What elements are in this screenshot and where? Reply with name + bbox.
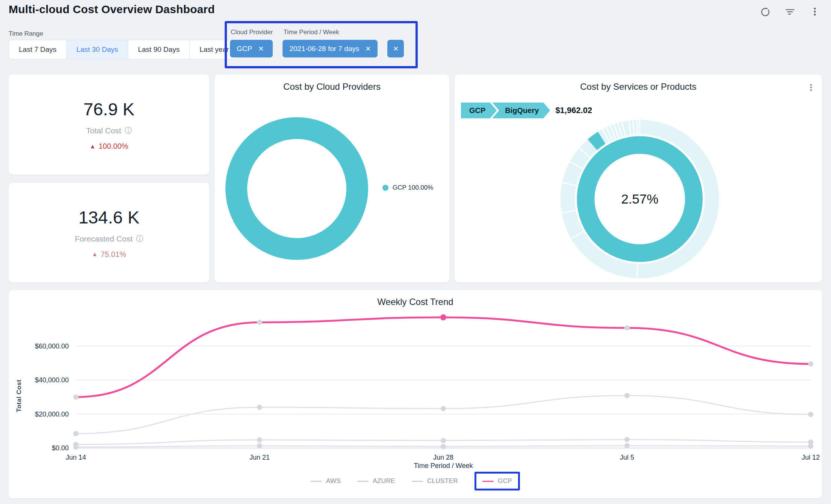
legend-label: AZURE bbox=[373, 477, 395, 485]
page-title: Multi-cloud Cost Overview Dashboard bbox=[9, 3, 215, 16]
info-icon[interactable]: ⓘ bbox=[125, 126, 132, 136]
filter-label: Time Period / Week bbox=[283, 29, 378, 36]
header-actions bbox=[760, 6, 820, 17]
svg-text:Jul 12: Jul 12 bbox=[802, 454, 820, 461]
time-range-group: Last 7 DaysLast 30 DaysLast 90 DaysLast … bbox=[9, 40, 239, 59]
legend-line-swatch bbox=[412, 481, 423, 482]
donut-center-value: 2.57% bbox=[621, 192, 658, 207]
trend-x-axis-label: Time Period / Week bbox=[76, 462, 811, 470]
info-icon[interactable]: ⓘ bbox=[136, 234, 143, 244]
filter-chip-value: 2021-06-28 for 7 days bbox=[289, 45, 359, 53]
legend-label: AWS bbox=[326, 477, 341, 485]
kebab-menu-icon[interactable] bbox=[809, 6, 820, 17]
forecasted-cost-card: 134.6 KForecasted Costⓘ▲75.01% bbox=[9, 183, 209, 282]
kpi-value: 76.9 K bbox=[83, 99, 134, 119]
legend-line-swatch bbox=[357, 481, 369, 482]
trend-legend: AWSAZURECLUSTERGCP bbox=[9, 472, 822, 490]
cost-by-cloud-providers-card: Cost by Cloud Providers GCP 100.00% bbox=[215, 75, 449, 282]
legend-label: GCP bbox=[498, 477, 512, 485]
kpi-delta-value: 75.01% bbox=[101, 250, 126, 259]
kpi-delta: ▲100.00% bbox=[90, 142, 128, 151]
annotation-box-filters: Cloud ProviderGCP✕Time Period / Week2021… bbox=[225, 21, 418, 68]
breadcrumb-gcp[interactable]: GCP bbox=[461, 103, 497, 118]
legend-label: CLUSTER bbox=[427, 477, 458, 485]
filter-chip-2021-06-28-for-7-days[interactable]: 2021-06-28 for 7 days✕ bbox=[283, 40, 378, 57]
legend-label[interactable]: GCP 100.00% bbox=[393, 184, 433, 192]
legend-item-aws[interactable]: AWS bbox=[311, 477, 341, 485]
filter-icon[interactable] bbox=[784, 6, 796, 17]
filter-groups: Cloud ProviderGCP✕Time Period / Week2021… bbox=[230, 29, 404, 57]
time-range-last-90-days[interactable]: Last 90 Days bbox=[128, 40, 189, 59]
filter-group-cloud-provider: Cloud ProviderGCP✕ bbox=[230, 29, 273, 57]
filter-chip-value: GCP bbox=[237, 45, 252, 53]
legend-line-swatch bbox=[311, 481, 322, 482]
svg-text:$20,000.00: $20,000.00 bbox=[35, 410, 69, 418]
svg-text:Jun 21: Jun 21 bbox=[249, 454, 270, 461]
legend-item-gcp-annotated[interactable]: GCP bbox=[474, 472, 520, 490]
refresh-icon[interactable] bbox=[760, 6, 771, 17]
provider-chart-title: Cost by Cloud Providers bbox=[215, 75, 449, 92]
legend-item-cluster[interactable]: CLUSTER bbox=[412, 477, 458, 485]
kpi-delta: ▲75.01% bbox=[92, 250, 126, 259]
breadcrumb: GCPBigQuery$1,962.02 bbox=[461, 103, 592, 118]
svg-text:$0.00: $0.00 bbox=[52, 444, 69, 452]
provider-chart-legend: GCP 100.00% bbox=[382, 184, 433, 192]
time-range-last-30-days[interactable]: Last 30 Days bbox=[66, 40, 128, 59]
svg-text:Jun 28: Jun 28 bbox=[433, 454, 453, 461]
filter-group-time-period-week: Time Period / Week2021-06-28 for 7 days✕ bbox=[283, 29, 378, 57]
clear-filters-button[interactable]: ✕ bbox=[387, 40, 404, 57]
kpi-label-row: Total Costⓘ bbox=[86, 126, 131, 136]
svg-text:$40,000.00: $40,000.00 bbox=[35, 376, 69, 384]
filter-label: Cloud Provider bbox=[230, 29, 273, 36]
total-cost-card: 76.9 KTotal Costⓘ▲100.00% bbox=[9, 75, 209, 175]
chip-remove-icon[interactable]: ✕ bbox=[258, 45, 264, 53]
card-kebab-menu-icon[interactable] bbox=[807, 83, 815, 94]
legend-line-swatch bbox=[482, 481, 494, 482]
chip-remove-icon[interactable]: ✕ bbox=[365, 45, 371, 53]
dashboard-page: { "header": { "title": "Multi-cloud Cost… bbox=[0, 0, 831, 504]
kpi-delta-value: 100.00% bbox=[98, 142, 128, 151]
kpi-value: 134.6 K bbox=[79, 207, 139, 228]
trend-line-chart[interactable]: $0.00$20,000.00$40,000.00$60,000.00Jun 1… bbox=[9, 290, 822, 466]
time-range-label: Time Range bbox=[9, 30, 43, 38]
legend-item-azure[interactable]: AZURE bbox=[357, 477, 395, 485]
trend-up-icon: ▲ bbox=[90, 143, 96, 150]
filter-chip-gcp[interactable]: GCP✕ bbox=[230, 40, 273, 57]
breadcrumb-bigquery[interactable]: BigQuery bbox=[492, 103, 550, 118]
provider-donut-chart[interactable] bbox=[222, 113, 372, 264]
kpi-label: Total Cost bbox=[86, 126, 121, 135]
trend-up-icon: ▲ bbox=[92, 251, 98, 258]
kpi-label-row: Forecasted Costⓘ bbox=[75, 234, 143, 244]
services-chart-title: Cost by Services or Products bbox=[455, 75, 822, 92]
svg-text:Jul 5: Jul 5 bbox=[620, 454, 634, 461]
svg-text:Jun 14: Jun 14 bbox=[66, 454, 86, 461]
weekly-cost-trend-card: Weekly Cost Trend Total Cost $0.00$20,00… bbox=[9, 290, 822, 498]
cost-by-services-card: Cost by Services or Products GCPBigQuery… bbox=[455, 75, 822, 282]
breadcrumb-amount: $1,962.02 bbox=[555, 106, 592, 115]
kpi-label: Forecasted Cost bbox=[75, 234, 133, 243]
time-range-last-7-days[interactable]: Last 7 Days bbox=[9, 40, 66, 59]
legend-dot bbox=[382, 185, 388, 191]
svg-text:$60,000.00: $60,000.00 bbox=[35, 343, 69, 350]
